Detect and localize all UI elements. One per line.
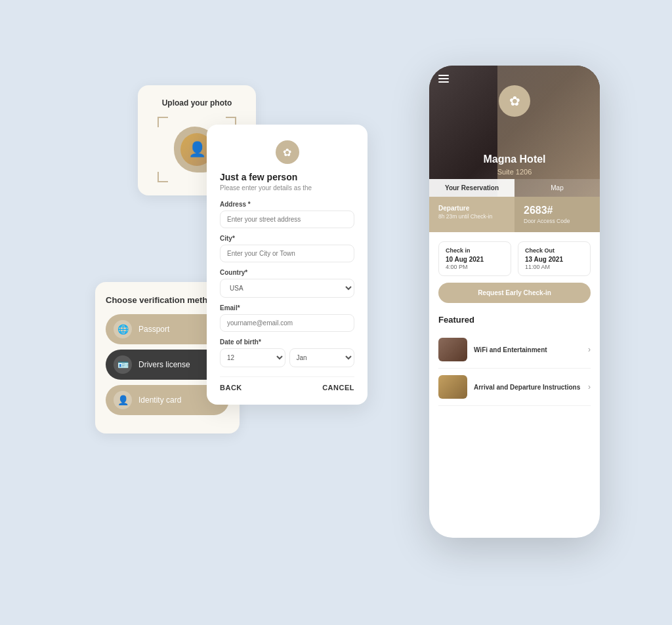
departure-section: Departure 8h 23m until Check-in (429, 197, 514, 232)
door-code-section: 2683# Door Access Code (514, 197, 600, 232)
identity-icon: 👤 (114, 391, 132, 409)
featured-item-wifi[interactable]: WiFi and Entertainment › (438, 331, 591, 369)
checkin-label: Check in (446, 247, 504, 254)
wifi-label: WiFi and Entertainment (474, 346, 581, 353)
dob-row: 12 Jan Feb (220, 348, 354, 367)
arrival-thumbnail (438, 375, 467, 399)
hotel-phone: ✿ Magna Hotel Suite 1206 Your Reservatio… (429, 66, 600, 538)
passport-icon: 🌐 (114, 320, 132, 338)
featured-section: Featured WiFi and Entertainment › Arriva… (429, 312, 600, 413)
departure-time: 8h 23m until Check-in (438, 213, 505, 220)
address-input[interactable] (220, 211, 354, 228)
identity-label: Identity card (138, 395, 181, 405)
door-code: 2683# (524, 205, 591, 216)
checkout-date: 13 Aug 2021 (525, 256, 583, 263)
hamburger-line-2 (438, 78, 449, 79)
wifi-chevron-icon: › (588, 345, 591, 354)
checkin-time: 4:00 PM (446, 264, 504, 270)
hotel-info-row: Departure 8h 23m until Check-in 2683# Do… (429, 197, 600, 232)
city-label: City* (220, 235, 354, 242)
door-code-label: Door Access Code (524, 218, 591, 224)
checkin-date: 10 Aug 2021 (446, 256, 504, 263)
checkout-label: Check Out (525, 247, 583, 254)
hotel-name: Magna Hotel (429, 153, 600, 165)
bracket-bl (158, 172, 168, 182)
hamburger-line-3 (438, 81, 449, 83)
checkin-box: Check in 10 Aug 2021 4:00 PM (438, 241, 511, 276)
hotel-header: ✿ Magna Hotel Suite 1206 Your Reservatio… (429, 66, 600, 197)
hotel-logo: ✿ (499, 85, 530, 117)
upload-card-title: Upload your photo (151, 98, 243, 108)
featured-title: Featured (438, 315, 591, 325)
form-card: ✿ Just a few person Please enter your de… (207, 125, 368, 405)
checkin-row: Check in 10 Aug 2021 4:00 PM Check Out 1… (429, 232, 600, 283)
country-label: Country* (220, 269, 354, 276)
hotel-logo-icon: ✿ (509, 93, 520, 109)
dob-month-select[interactable]: Jan Feb (289, 348, 355, 367)
hamburger-line-1 (438, 75, 449, 76)
form-logo-icon: ✿ (283, 146, 291, 159)
passport-label: Passport (138, 325, 169, 334)
departure-label: Departure (438, 205, 505, 212)
hamburger-menu[interactable] (438, 75, 449, 83)
featured-item-arrival[interactable]: Arrival and Departure Instructions › (438, 369, 591, 406)
city-input[interactable] (220, 245, 354, 262)
email-label: Email* (220, 304, 354, 312)
license-icon: 🪪 (114, 355, 132, 374)
country-select[interactable]: USA UK Canada (220, 279, 354, 298)
early-checkin-button[interactable]: Request Early Check-in (438, 283, 591, 303)
tab-map[interactable]: Map (514, 179, 600, 197)
tab-reservation[interactable]: Your Reservation (429, 179, 514, 197)
arrival-label: Arrival and Departure Instructions (474, 384, 581, 391)
hotel-tabs: Your Reservation Map (429, 179, 600, 197)
email-input[interactable] (220, 314, 354, 332)
checkout-time: 11:00 AM (525, 264, 583, 270)
form-title: Just a few person (220, 172, 354, 182)
form-actions: BACK CANCEL (220, 376, 354, 392)
form-logo: ✿ (276, 140, 299, 164)
dob-label: Date of birth* (220, 338, 354, 346)
hotel-suite: Suite 1206 (429, 168, 600, 176)
address-label: Address * (220, 201, 354, 208)
wifi-thumbnail (438, 338, 467, 361)
dob-day-select[interactable]: 12 (220, 348, 285, 367)
cancel-button[interactable]: CANCEL (322, 384, 354, 392)
hotel-body: Departure 8h 23m until Check-in 2683# Do… (429, 197, 600, 413)
license-label: Drivers license (138, 360, 190, 369)
bracket-tl (158, 117, 168, 127)
arrival-chevron-icon: › (588, 382, 591, 392)
form-subtitle: Please enter your details as the (220, 184, 354, 192)
back-button[interactable]: BACK (220, 384, 242, 392)
checkout-box: Check Out 13 Aug 2021 11:00 AM (518, 241, 591, 276)
